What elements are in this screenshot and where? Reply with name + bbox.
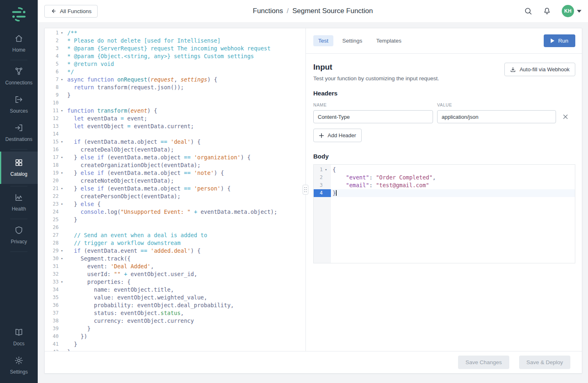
code-line[interactable]: 23▾ } else { bbox=[45, 200, 305, 208]
line-gutter[interactable]: 3 bbox=[314, 181, 331, 189]
line-gutter[interactable]: 4 bbox=[314, 189, 331, 197]
fold-caret-icon[interactable]: ▾ bbox=[59, 200, 65, 208]
line-gutter[interactable]: 42 bbox=[45, 348, 67, 351]
code-line[interactable]: 36 probability: eventObject.deal_probabi… bbox=[45, 301, 305, 309]
code-line[interactable]: 30▾ Segment.track({ bbox=[45, 255, 305, 263]
line-gutter[interactable]: 37 bbox=[45, 309, 67, 317]
remove-header-button[interactable] bbox=[562, 113, 569, 120]
sidebar-item-sources[interactable]: Sources bbox=[0, 91, 38, 119]
line-gutter[interactable]: 25 bbox=[45, 216, 67, 224]
line-gutter[interactable]: 35 bbox=[45, 294, 67, 301]
sidebar-item-catalog[interactable]: Catalog bbox=[0, 152, 38, 184]
code-line[interactable]: 39 } bbox=[45, 325, 305, 333]
avatar[interactable]: KH bbox=[562, 5, 574, 17]
code-line[interactable]: 21▾ } else if (eventData.meta.object == … bbox=[45, 185, 305, 193]
fold-caret-icon[interactable]: ▾ bbox=[59, 185, 65, 193]
line-gutter[interactable]: 8 bbox=[45, 84, 67, 91]
all-functions-back-button[interactable]: All Functions bbox=[44, 5, 98, 18]
code-line[interactable]: 25 } bbox=[45, 216, 305, 224]
line-gutter[interactable]: 24 bbox=[45, 208, 67, 216]
fold-caret-icon[interactable]: ▾ bbox=[59, 154, 65, 161]
code-line[interactable]: 11▾function transform(event) { bbox=[45, 107, 305, 115]
code-line[interactable]: 31 event: 'Deal Added', bbox=[45, 263, 305, 270]
sidebar-item-destinations[interactable]: Destinations bbox=[0, 119, 38, 147]
sidebar-item-connections[interactable]: Connections bbox=[0, 62, 38, 91]
code-line[interactable]: 26 bbox=[45, 224, 305, 231]
line-gutter[interactable]: 13 bbox=[45, 122, 67, 130]
autofill-webhook-button[interactable]: Auto-fill via Webhook bbox=[504, 63, 575, 76]
code-line[interactable]: 1▾/** bbox=[45, 29, 305, 37]
code-line[interactable]: 34 name: eventObject.title, bbox=[45, 286, 305, 294]
line-gutter[interactable]: 23▾ bbox=[45, 200, 67, 208]
code-line[interactable]: 14 bbox=[45, 130, 305, 138]
sidebar-item-privacy[interactable]: Privacy bbox=[0, 221, 38, 249]
code-line[interactable]: 9} bbox=[45, 91, 305, 99]
code-line[interactable]: 8 return transform(request.json()); bbox=[45, 84, 305, 91]
code-line[interactable]: 15▾ if (eventData.meta.object == 'deal')… bbox=[45, 138, 305, 146]
fold-caret-icon[interactable]: ▾ bbox=[59, 138, 65, 146]
line-gutter[interactable]: 30▾ bbox=[45, 255, 67, 263]
code-line[interactable]: 2 "event": "Order Completed", bbox=[314, 174, 575, 181]
line-gutter[interactable]: 10 bbox=[45, 99, 67, 107]
line-gutter[interactable]: 4 bbox=[45, 52, 67, 60]
segment-logo-icon[interactable] bbox=[11, 7, 27, 24]
code-line[interactable]: 1▾{ bbox=[314, 166, 575, 174]
line-gutter[interactable]: 33▾ bbox=[45, 278, 67, 286]
line-gutter[interactable]: 14 bbox=[45, 130, 67, 138]
line-gutter[interactable]: 27 bbox=[45, 231, 67, 239]
code-line[interactable]: 18 createOrganizationObject(eventData); bbox=[45, 161, 305, 169]
line-gutter[interactable]: 19▾ bbox=[45, 169, 67, 177]
code-line[interactable]: 22 createPersonObject(eventData); bbox=[45, 193, 305, 200]
line-gutter[interactable]: 1▾ bbox=[45, 29, 67, 37]
sidebar-item-health[interactable]: Health bbox=[0, 188, 38, 217]
line-gutter[interactable]: 40 bbox=[45, 333, 67, 340]
pane-resize-handle[interactable] bbox=[303, 185, 308, 195]
save-changes-button[interactable]: Save Changes bbox=[458, 356, 509, 369]
code-line[interactable]: 6*/ bbox=[45, 68, 305, 76]
code-line[interactable]: 4* @param {Object.<string, any>} setting… bbox=[45, 52, 305, 60]
search-icon[interactable] bbox=[524, 7, 532, 15]
code-line[interactable]: 4} bbox=[314, 189, 575, 197]
line-gutter[interactable]: 31 bbox=[45, 263, 67, 270]
fold-caret-icon[interactable]: ▾ bbox=[59, 255, 65, 263]
code-line[interactable]: 38 currency: eventObject.currency bbox=[45, 317, 305, 325]
code-line[interactable]: 32 userId: "" + eventObject.user_id, bbox=[45, 270, 305, 278]
line-gutter[interactable]: 11▾ bbox=[45, 107, 67, 115]
code-line[interactable]: 33▾ properties: { bbox=[45, 278, 305, 286]
code-line[interactable]: 28 // trigger a workflow downstream bbox=[45, 239, 305, 247]
code-line[interactable]: 29▾ if (eventData.event == 'added.deal')… bbox=[45, 247, 305, 255]
code-line[interactable]: 12 let eventData = event; bbox=[45, 115, 305, 122]
line-gutter[interactable]: 29▾ bbox=[45, 247, 67, 255]
code-line[interactable]: 10 bbox=[45, 99, 305, 107]
code-editor[interactable]: 1▾/**2* Please do not delete [used for I… bbox=[45, 28, 305, 351]
line-gutter[interactable]: 5 bbox=[45, 60, 67, 68]
code-line[interactable]: 27 // Send an event when a deal is added… bbox=[45, 231, 305, 239]
code-line[interactable]: 20 createNoteObject(eventData); bbox=[45, 177, 305, 185]
code-line[interactable]: 17▾ } else if (eventData.meta.object == … bbox=[45, 154, 305, 161]
line-gutter[interactable]: 26 bbox=[45, 224, 67, 231]
line-gutter[interactable]: 32 bbox=[45, 270, 67, 278]
sidebar-item-settings[interactable]: Settings bbox=[0, 351, 38, 380]
line-gutter[interactable]: 17▾ bbox=[45, 154, 67, 161]
code-line[interactable]: 41 } bbox=[45, 340, 305, 348]
line-gutter[interactable]: 1▾ bbox=[314, 166, 331, 174]
code-line[interactable]: 13 let eventObject = eventData.current; bbox=[45, 122, 305, 130]
line-gutter[interactable]: 39 bbox=[45, 325, 67, 333]
sidebar-item-docs[interactable]: Docs bbox=[0, 323, 38, 351]
code-line[interactable]: 19▾ } else if (eventData.meta.object == … bbox=[45, 169, 305, 177]
code-line[interactable]: 24 console.log("Unsupported Event: " + e… bbox=[45, 208, 305, 216]
code-line[interactable]: 16 createDealObject(eventData); bbox=[45, 146, 305, 154]
fold-caret-icon[interactable]: ▾ bbox=[59, 29, 65, 37]
line-gutter[interactable]: 38 bbox=[45, 317, 67, 325]
line-gutter[interactable]: 15▾ bbox=[45, 138, 67, 146]
line-gutter[interactable]: 28 bbox=[45, 239, 67, 247]
code-line[interactable]: 42} bbox=[45, 348, 305, 351]
line-gutter[interactable]: 22 bbox=[45, 193, 67, 200]
code-line[interactable]: 3 "email": "test@gmail.com" bbox=[314, 181, 575, 189]
fold-caret-icon[interactable]: ▾ bbox=[59, 169, 65, 177]
code-line[interactable]: 37 status: eventObject.status, bbox=[45, 309, 305, 317]
fold-caret-icon[interactable]: ▾ bbox=[59, 76, 65, 84]
line-gutter[interactable]: 3 bbox=[45, 45, 67, 52]
tab-settings[interactable]: Settings bbox=[337, 35, 367, 46]
notifications-bell-icon[interactable] bbox=[543, 7, 551, 15]
